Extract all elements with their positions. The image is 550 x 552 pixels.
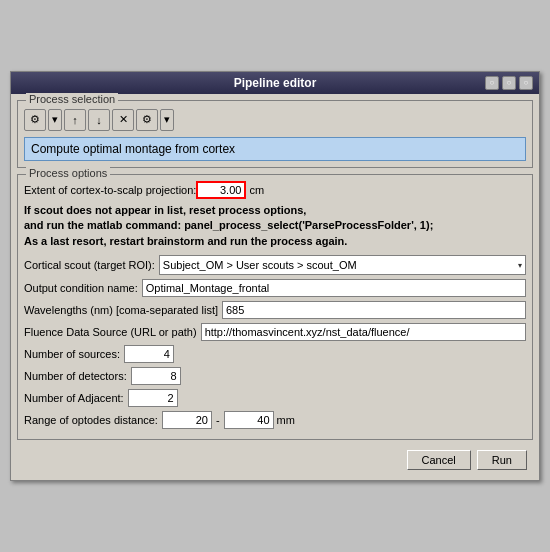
extent-row: Extent of cortex-to-scalp projection: cm bbox=[24, 181, 526, 199]
num-sources-label: Number of sources: bbox=[24, 348, 120, 360]
maximize-button[interactable]: ○ bbox=[502, 76, 516, 90]
pipeline-editor-window: Pipeline editor ○ ○ ○ Process selection … bbox=[10, 71, 540, 481]
delete-button[interactable]: ✕ bbox=[112, 109, 134, 131]
range-separator: - bbox=[216, 414, 220, 426]
run-button[interactable]: Run bbox=[477, 450, 527, 470]
num-sources-input[interactable] bbox=[124, 345, 174, 363]
num-sources-row: Number of sources: bbox=[24, 345, 526, 363]
close-button[interactable]: ○ bbox=[519, 76, 533, 90]
range-min-input[interactable] bbox=[162, 411, 212, 429]
titlebar-buttons: ○ ○ ○ bbox=[485, 76, 533, 90]
range-max-input[interactable] bbox=[224, 411, 274, 429]
cortical-scout-label: Cortical scout (target ROI): bbox=[24, 259, 155, 271]
warning-text: If scout does not appear in list, reset … bbox=[24, 203, 526, 249]
extent-input[interactable] bbox=[196, 181, 246, 199]
num-adjacent-input[interactable] bbox=[128, 389, 178, 407]
process-options-group: Process options Extent of cortex-to-scal… bbox=[17, 174, 533, 440]
cortical-scout-arrow-icon: ▾ bbox=[518, 261, 522, 270]
extent-label: Extent of cortex-to-scalp projection: bbox=[24, 184, 196, 196]
fluence-label: Fluence Data Source (URL or path) bbox=[24, 326, 197, 338]
cortical-scout-row: Cortical scout (target ROI): Subject_OM … bbox=[24, 255, 526, 275]
gear-dropdown-button[interactable]: ▾ bbox=[48, 109, 62, 131]
num-detectors-input[interactable] bbox=[131, 367, 181, 385]
gear-icon: ⚙ bbox=[30, 113, 40, 126]
gear-dropdown-icon: ▾ bbox=[52, 113, 58, 126]
num-detectors-row: Number of detectors: bbox=[24, 367, 526, 385]
up-arrow-icon: ↑ bbox=[72, 114, 78, 126]
warning-line2: and run the matlab command: panel_proces… bbox=[24, 218, 526, 233]
warning-line3: As a last resort, restart brainstorm and… bbox=[24, 234, 526, 249]
move-down-button[interactable]: ↓ bbox=[88, 109, 110, 131]
warning-line1: If scout does not appear in list, reset … bbox=[24, 203, 526, 218]
down-arrow-icon: ↓ bbox=[96, 114, 102, 126]
fluence-row: Fluence Data Source (URL or path) bbox=[24, 323, 526, 341]
footer: Cancel Run bbox=[17, 446, 533, 474]
gear-button[interactable]: ⚙ bbox=[24, 109, 46, 131]
range-label: Range of optodes distance: bbox=[24, 414, 158, 426]
cortical-scout-dropdown[interactable]: Subject_OM > User scouts > scout_OM ▾ bbox=[159, 255, 526, 275]
titlebar: Pipeline editor ○ ○ ○ bbox=[11, 72, 539, 94]
selected-process[interactable]: Compute optimal montage from cortex bbox=[24, 137, 526, 161]
cortical-scout-value: Subject_OM > User scouts > scout_OM bbox=[163, 259, 357, 271]
process-toolbar: ⚙ ▾ ↑ ↓ ✕ ⚙ ▾ bbox=[24, 109, 526, 131]
move-up-button[interactable]: ↑ bbox=[64, 109, 86, 131]
cancel-button[interactable]: Cancel bbox=[407, 450, 471, 470]
window-content: Process selection ⚙ ▾ ↑ ↓ ✕ ⚙ bbox=[11, 94, 539, 480]
process-selection-group: Process selection ⚙ ▾ ↑ ↓ ✕ ⚙ bbox=[17, 100, 533, 168]
process-options-label: Process options bbox=[26, 167, 110, 179]
wavelengths-row: Wavelengths (nm) [coma-separated list] bbox=[24, 301, 526, 319]
branch-icon: ⚙ bbox=[142, 113, 152, 126]
output-condition-row: Output condition name: bbox=[24, 279, 526, 297]
fluence-input[interactable] bbox=[201, 323, 526, 341]
minimize-button[interactable]: ○ bbox=[485, 76, 499, 90]
branch-dropdown-icon: ▾ bbox=[164, 113, 170, 126]
extent-unit: cm bbox=[249, 184, 264, 196]
range-unit: mm bbox=[277, 414, 295, 426]
branch-dropdown-button[interactable]: ▾ bbox=[160, 109, 174, 131]
output-condition-label: Output condition name: bbox=[24, 282, 138, 294]
branch-button[interactable]: ⚙ bbox=[136, 109, 158, 131]
range-row: Range of optodes distance: - mm bbox=[24, 411, 526, 429]
window-title: Pipeline editor bbox=[234, 76, 317, 90]
process-selection-label: Process selection bbox=[26, 93, 118, 105]
wavelengths-label: Wavelengths (nm) [coma-separated list] bbox=[24, 304, 218, 316]
output-condition-input[interactable] bbox=[142, 279, 526, 297]
delete-icon: ✕ bbox=[119, 113, 128, 126]
wavelengths-input[interactable] bbox=[222, 301, 526, 319]
num-detectors-label: Number of detectors: bbox=[24, 370, 127, 382]
num-adjacent-row: Number of Adjacent: bbox=[24, 389, 526, 407]
num-adjacent-label: Number of Adjacent: bbox=[24, 392, 124, 404]
